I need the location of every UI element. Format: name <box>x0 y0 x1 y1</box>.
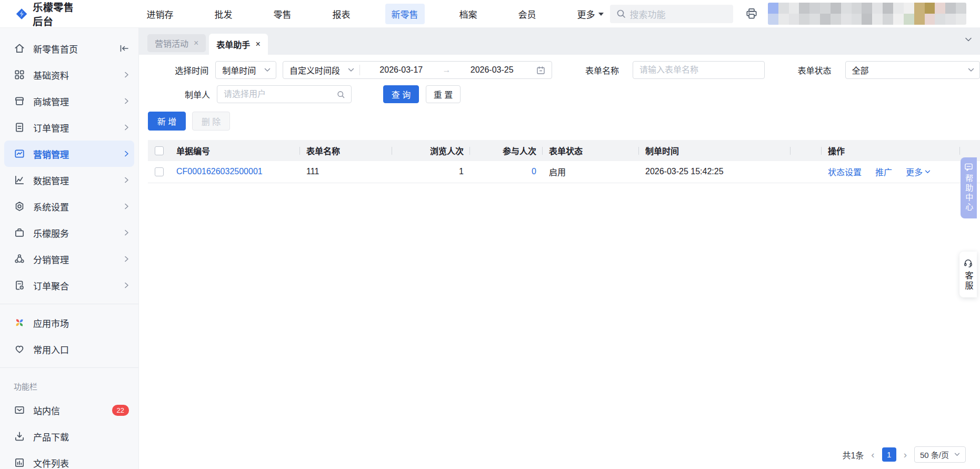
time-filter-label: 选择时间 <box>148 64 208 76</box>
doc-gear-icon <box>14 280 25 291</box>
participants-link[interactable]: 0 <box>532 167 536 176</box>
function-search-input[interactable]: 搜索功能 <box>610 5 733 23</box>
tab-list-chevron-down-icon[interactable] <box>964 35 973 44</box>
time-type-select[interactable]: 制单时间 <box>215 61 276 79</box>
status-setting-action[interactable]: 状态设置 <box>828 165 862 178</box>
search-icon <box>616 9 626 18</box>
store-icon <box>14 95 25 107</box>
current-page-button[interactable]: 1 <box>882 447 896 462</box>
nav-item-archives[interactable]: 档案 <box>453 4 484 24</box>
sidebar-divider <box>0 304 138 304</box>
chevron-right-icon <box>124 72 129 78</box>
maker-label: 制单人 <box>148 88 210 101</box>
form-name-label: 表单名称 <box>585 64 619 76</box>
headset-icon <box>963 258 973 268</box>
more-action[interactable]: 更多 <box>906 165 931 178</box>
app-title: 乐檬零售后台 <box>33 0 83 28</box>
nav-item-members[interactable]: 会员 <box>512 4 543 24</box>
nav-item-invoicing[interactable]: 进销存 <box>141 4 180 24</box>
nav-item-retail[interactable]: 零售 <box>267 4 298 24</box>
tab-form-assistant[interactable]: 表单助手 × <box>209 34 267 55</box>
collapse-sidebar-icon[interactable] <box>119 44 129 53</box>
maker-input-field[interactable] <box>224 89 333 99</box>
sidebar-item-label: 产品下载 <box>33 430 129 443</box>
col-created-at: 制单时间 <box>639 140 791 161</box>
form-status-select[interactable]: 全部 <box>845 61 980 79</box>
app-logo[interactable]: 乐檬零售后台 <box>16 0 84 28</box>
close-tab-icon[interactable]: × <box>255 39 260 49</box>
form-table: 单据编号 表单名称 浏览人次 参与人次 表单状态 制单时间 操作 <box>148 140 980 183</box>
sidebar-item-basic-data[interactable]: 基础资料 <box>0 62 138 88</box>
search-icon[interactable] <box>337 90 345 99</box>
col-views: 浏览人次 <box>392 140 470 161</box>
delete-button[interactable]: 删 除 <box>192 112 230 131</box>
col-actions: 操作 <box>822 140 960 161</box>
close-tab-icon[interactable]: × <box>194 38 198 48</box>
form-name-input[interactable] <box>633 61 765 79</box>
cell-created-at: 2026-03-25 15:42:25 <box>639 161 791 183</box>
chevron-down-icon <box>968 68 974 72</box>
sidebar-item-common-entries[interactable]: 常用入口 <box>0 336 138 362</box>
help-center-tab[interactable]: 帮助中心 <box>961 157 977 218</box>
date-range-arrow-icon: → <box>442 65 451 75</box>
sidebar-item-app-market[interactable]: 应用市场 <box>0 310 138 336</box>
order-doc-icon <box>14 122 25 133</box>
sidebar-item-label: 应用市场 <box>33 316 129 330</box>
sidebar-item-system-settings[interactable]: 系统设置 <box>0 193 138 219</box>
help-center-label: 帮助中心 <box>963 174 975 212</box>
add-button[interactable]: 新 增 <box>148 112 186 131</box>
maker-input[interactable] <box>217 85 352 103</box>
sidebar-item-mall-management[interactable]: 商城管理 <box>0 88 138 114</box>
sidebar-item-label: 基础资料 <box>33 68 116 82</box>
sidebar-item-inbox[interactable]: 站内信 22 <box>0 397 138 423</box>
tab-bar: 营销活动 × 表单助手 × <box>139 28 980 55</box>
sidebar-item-home[interactable]: 新零售首页 <box>0 35 138 62</box>
nav-item-more[interactable]: 更多 <box>571 4 610 24</box>
redacted-user-info <box>768 3 966 25</box>
time-type-value: 制单时间 <box>222 64 256 76</box>
range-type-select[interactable]: 自定义时间段 <box>283 64 359 76</box>
nav-item-wholesale[interactable]: 批发 <box>208 4 239 24</box>
doc-no-link[interactable]: CF0001626032500001 <box>176 167 263 176</box>
customer-service-tab[interactable]: 客服 <box>959 252 977 297</box>
sidebar-item-distribution-management[interactable]: 分销管理 <box>0 246 138 272</box>
query-button[interactable]: 查 询 <box>383 85 419 103</box>
sidebar-item-lemon-services[interactable]: 乐檬服务 <box>0 219 138 246</box>
reset-button[interactable]: 重 置 <box>426 85 461 103</box>
more-action-label: 更多 <box>906 165 923 178</box>
sidebar-item-product-download[interactable]: 产品下载 <box>0 423 138 450</box>
file-list-icon <box>14 457 25 468</box>
tab-marketing-activity[interactable]: 营销活动 × <box>147 34 206 52</box>
sidebar-item-data-management[interactable]: 数据管理 <box>0 167 138 193</box>
nav-item-reports[interactable]: 报表 <box>326 4 357 24</box>
sidebar-item-order-aggregation[interactable]: 订单聚合 <box>0 272 138 298</box>
promote-action[interactable]: 推广 <box>875 165 892 178</box>
date-start-field[interactable]: 2026-03-17 <box>360 65 442 75</box>
sidebar-item-marketing-management[interactable]: 营销管理 <box>4 141 134 167</box>
page-size-value: 50 条/页 <box>920 449 949 460</box>
sidebar-item-file-list[interactable]: 文件列表 <box>0 450 138 469</box>
sidebar-item-label: 站内信 <box>33 404 104 417</box>
chevron-right-icon <box>124 98 129 104</box>
row-checkbox[interactable] <box>155 167 164 176</box>
chevron-right-icon <box>124 229 129 236</box>
sidebar-item-order-management[interactable]: 订单管理 <box>0 114 138 141</box>
next-page-icon[interactable]: › <box>903 449 908 461</box>
chevron-right-icon <box>124 282 129 288</box>
share-nodes-icon <box>14 253 25 265</box>
date-end-field[interactable]: 2026-03-25 <box>451 65 533 75</box>
chevron-down-icon <box>348 68 354 72</box>
help-chat-icon <box>964 163 973 172</box>
pagination: 共1条 ‹ 1 › 50 条/页 <box>842 446 966 463</box>
caret-down-icon <box>598 13 604 16</box>
page-size-select[interactable]: 50 条/页 <box>914 446 966 463</box>
date-range-control: 自定义时间段 2026-03-17 → 2026-03-25 <box>283 61 552 79</box>
prev-page-icon[interactable]: ‹ <box>870 449 875 461</box>
select-all-checkbox[interactable] <box>155 146 164 155</box>
nav-item-new-retail[interactable]: 新零售 <box>385 4 425 24</box>
calendar-icon[interactable] <box>536 66 545 75</box>
printer-button[interactable] <box>745 7 758 21</box>
form-name-input-field[interactable] <box>639 65 758 75</box>
sidebar-section-label: 功能栏 <box>0 373 138 397</box>
table-row[interactable]: CF0001626032500001 111 1 0 启用 2026-03-25… <box>148 161 980 183</box>
